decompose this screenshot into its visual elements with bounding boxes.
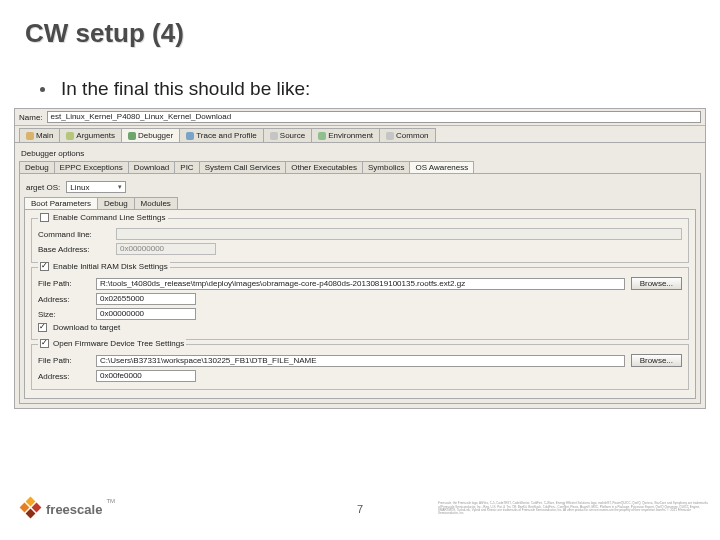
- bullet-dot-icon: [40, 87, 45, 92]
- inner-tab-modules[interactable]: Modules: [134, 197, 178, 209]
- tab-main[interactable]: Main: [19, 128, 60, 142]
- main-icon: [26, 132, 34, 140]
- tab-source-label: Source: [280, 131, 305, 140]
- inner-tab-debug[interactable]: Debug: [97, 197, 135, 209]
- common-icon: [386, 132, 394, 140]
- logo-text: freescale: [46, 502, 102, 517]
- name-input[interactable]: est_Linux_Kernel_P4080_Linux_Kernel_Down…: [47, 111, 701, 123]
- inner-tab-bar: Boot Parameters Debug Modules: [24, 197, 696, 209]
- base-addr-label: Base Address:: [38, 245, 110, 254]
- bullet-text: In the final this should be like:: [61, 78, 310, 100]
- tab2-syscall[interactable]: System Call Services: [199, 161, 287, 173]
- cmd-line-label: Command line:: [38, 230, 110, 239]
- open-fw-label: Open Firmware Device Tree Settings: [53, 339, 184, 348]
- tab2-os[interactable]: OS Awareness: [409, 161, 474, 173]
- base-addr-input: 0x00000000: [116, 243, 216, 255]
- enable-ram-checkbox[interactable]: [40, 262, 49, 271]
- target-os-value: Linux: [70, 183, 89, 192]
- ramdisk-group: Enable Initial RAM Disk Settings File Pa…: [31, 267, 689, 340]
- target-os-select[interactable]: Linux ▾: [66, 181, 126, 193]
- tab2-other[interactable]: Other Executables: [285, 161, 363, 173]
- download-target-label: Download to target: [53, 323, 120, 332]
- tab-args-label: Arguments: [76, 131, 115, 140]
- fw-address-label: Address:: [38, 372, 90, 381]
- debugger-icon: [128, 132, 136, 140]
- bullet-item: In the final this should be like:: [40, 78, 310, 100]
- inner-tab-boot[interactable]: Boot Parameters: [24, 197, 98, 209]
- source-icon: [270, 132, 278, 140]
- tab-arguments[interactable]: Arguments: [59, 128, 122, 142]
- fw-filepath-label: File Path:: [38, 356, 90, 365]
- enable-cmd-label: Enable Command Line Settings: [53, 213, 166, 222]
- tab-debugger-label: Debugger: [138, 131, 173, 140]
- tab-source[interactable]: Source: [263, 128, 312, 142]
- boot-panel: Enable Command Line Settings Command lin…: [24, 209, 696, 399]
- tab2-eppc[interactable]: EPPC Exceptions: [54, 161, 129, 173]
- ram-address-input[interactable]: 0x02655000: [96, 293, 196, 305]
- enable-cmd-checkbox[interactable]: [40, 213, 49, 222]
- fw-address-input[interactable]: 0x00fe0000: [96, 370, 196, 382]
- tab-debugger[interactable]: Debugger: [121, 128, 180, 142]
- tab2-symbolics[interactable]: Symbolics: [362, 161, 410, 173]
- tab2-download[interactable]: Download: [128, 161, 176, 173]
- logo-mark-icon: [20, 498, 42, 520]
- codewarrior-window: Name: est_Linux_Kernel_P4080_Linux_Kerne…: [14, 108, 706, 409]
- tab-environment[interactable]: Environment: [311, 128, 380, 142]
- fw-filepath-input[interactable]: C:\Users\B37331\workspace\130225_FB1\DTB…: [96, 355, 625, 367]
- legal-text: Freescale, the Freescale logo, AltiVec, …: [438, 502, 708, 515]
- slide-title: CW setup (4): [25, 18, 184, 49]
- cmd-line-input: [116, 228, 682, 240]
- os-awareness-panel: arget OS: Linux ▾ Boot Parameters Debug …: [19, 173, 701, 404]
- open-fw-checkbox[interactable]: [40, 339, 49, 348]
- name-field-row: Name: est_Linux_Kernel_P4080_Linux_Kerne…: [15, 109, 705, 126]
- debugger-options-label: Debugger options: [21, 149, 701, 158]
- enable-ram-label: Enable Initial RAM Disk Settings: [53, 262, 168, 271]
- trace-icon: [186, 132, 194, 140]
- ram-size-input[interactable]: 0x00000000: [96, 308, 196, 320]
- tab-common-label: Common: [396, 131, 428, 140]
- ram-browse-button[interactable]: Browse...: [631, 277, 682, 290]
- ram-size-label: Size:: [38, 310, 90, 319]
- secondary-tab-bar: Debug EPPC Exceptions Download PIC Syste…: [19, 161, 701, 173]
- cmd-line-group: Enable Command Line Settings Command lin…: [31, 218, 689, 263]
- ram-address-label: Address:: [38, 295, 90, 304]
- firmware-group: Open Firmware Device Tree Settings File …: [31, 344, 689, 390]
- args-icon: [66, 132, 74, 140]
- tab2-debug[interactable]: Debug: [19, 161, 55, 173]
- download-target-checkbox[interactable]: [38, 323, 47, 332]
- trademark-label: TM: [106, 498, 115, 504]
- freescale-logo: freescale TM: [20, 498, 115, 520]
- target-os-label: arget OS:: [26, 183, 60, 192]
- name-label: Name:: [19, 113, 43, 122]
- tab-main-label: Main: [36, 131, 53, 140]
- tab2-pic[interactable]: PIC: [174, 161, 199, 173]
- ram-filepath-label: File Path:: [38, 279, 90, 288]
- env-icon: [318, 132, 326, 140]
- tab-trace-label: Trace and Profile: [196, 131, 257, 140]
- ram-filepath-input[interactable]: R:\tools_t4080ds_release\tmp\deploy\imag…: [96, 278, 625, 290]
- tab-common[interactable]: Common: [379, 128, 435, 142]
- outer-tab-bar: Main Arguments Debugger Trace and Profil…: [15, 126, 705, 143]
- fw-browse-button[interactable]: Browse...: [631, 354, 682, 367]
- target-os-row: arget OS: Linux ▾: [26, 181, 694, 193]
- slide-footer: freescale TM 7 Freescale, the Freescale …: [0, 488, 720, 530]
- page-number: 7: [357, 503, 363, 515]
- tab-env-label: Environment: [328, 131, 373, 140]
- tab-trace[interactable]: Trace and Profile: [179, 128, 264, 142]
- chevron-down-icon: ▾: [118, 183, 122, 191]
